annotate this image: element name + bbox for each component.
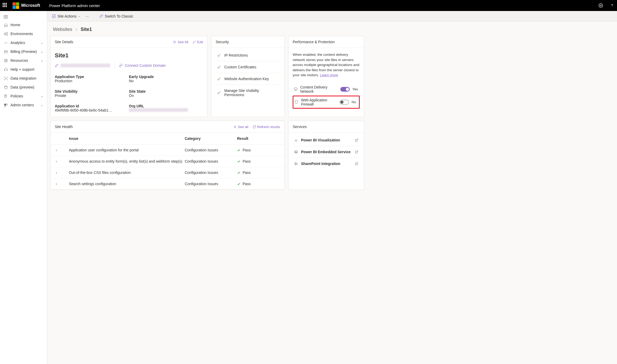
chevron-down-icon: ⌄ <box>41 41 43 45</box>
early-upgrade-value: No <box>129 79 203 83</box>
more-actions-button[interactable]: ··· <box>86 14 89 18</box>
learn-more-link[interactable]: Learn more <box>320 73 338 77</box>
table-row[interactable]: › Out-of-the-box CSS files configuration… <box>51 167 284 178</box>
sidebar-item-data-integration[interactable]: Data integration <box>0 74 47 83</box>
site-health-header: Site Health <box>55 125 73 129</box>
external-link-icon <box>355 150 358 154</box>
security-item-visibility-permissions[interactable]: Manage Site Visibility Permissions <box>216 85 280 101</box>
svg-rect-8 <box>4 51 7 53</box>
site-details-header: Site Details <box>55 40 73 44</box>
connect-domain-link[interactable]: Connect Custom Domain <box>125 63 166 68</box>
sidebar: Home Environments Analytics ⌄ Billing (P… <box>0 11 47 364</box>
help-icon[interactable] <box>610 3 614 8</box>
key-icon <box>217 65 221 69</box>
services-header: Services <box>293 125 307 129</box>
security-item-auth-key[interactable]: Website Authentication Key <box>216 73 280 85</box>
sidebar-item-resources[interactable]: Resources ⌄ <box>0 56 47 65</box>
security-item-label: IP Restrictions <box>224 53 248 57</box>
service-item-powerbi-embedded[interactable]: Power BI Embedded Service <box>293 146 360 158</box>
svg-point-0 <box>600 5 602 6</box>
resources-icon <box>4 59 8 63</box>
service-item-powerbi-viz[interactable]: Power BI Visualization <box>293 134 360 146</box>
state-value: On <box>129 93 203 98</box>
sidebar-item-label: Analytics <box>10 41 25 45</box>
security-item-ip[interactable]: IP Restrictions <box>216 49 280 61</box>
table-row[interactable]: › Anonymous access to entity form(s), en… <box>51 156 284 167</box>
org-url-blurred <box>129 108 188 112</box>
sidebar-item-label: Data (preview) <box>10 85 34 89</box>
hamburger-icon[interactable] <box>0 13 47 20</box>
security-header: Security <box>216 40 229 44</box>
sidebar-item-admin-centers[interactable]: Admin centers ⌄ <box>0 101 47 109</box>
brand-label: Microsoft <box>21 3 40 8</box>
edit-link[interactable]: Edit <box>193 40 203 44</box>
performance-card: Performance & Protection When enabled, t… <box>288 36 364 117</box>
sidebar-item-billing[interactable]: Billing (Preview) ⌄ <box>0 47 47 56</box>
sidebar-item-data-preview[interactable]: Data (preview) <box>0 83 47 92</box>
app-type-label: Application Type <box>55 75 129 79</box>
switch-icon <box>99 14 103 18</box>
edit-url-icon[interactable] <box>55 64 58 67</box>
svg-point-33 <box>218 92 219 94</box>
col-issue: Issue <box>69 136 185 141</box>
headset-icon <box>4 68 8 71</box>
see-all-health-link[interactable]: See all <box>233 125 248 129</box>
sidebar-item-home[interactable]: Home <box>0 20 47 29</box>
site-actions-button[interactable]: Site Actions ⌄ <box>52 14 80 18</box>
breadcrumb: Websites › Site1 <box>50 25 614 36</box>
table-row[interactable]: › Application user configuration for the… <box>51 145 284 156</box>
chart-icon <box>294 138 298 142</box>
refresh-icon <box>253 125 256 129</box>
chevron-right-icon: › <box>76 27 77 32</box>
check-icon <box>237 182 241 186</box>
external-link-icon <box>355 162 358 166</box>
svg-rect-6 <box>4 33 6 35</box>
key-icon <box>217 91 221 95</box>
sidebar-item-label: Resources <box>10 58 28 63</box>
chevron-down-icon: ⌄ <box>41 103 43 107</box>
sidebar-item-help[interactable]: Help + support <box>0 65 47 74</box>
health-table-body[interactable]: › Application user configuration for the… <box>51 145 284 190</box>
service-label: Power BI Visualization <box>301 138 340 142</box>
security-item-certificates[interactable]: Custom Certificates <box>216 61 280 73</box>
health-issue: Anonymous access to entity form(s), enti… <box>69 159 185 163</box>
sidebar-item-analytics[interactable]: Analytics ⌄ <box>0 38 47 47</box>
svg-rect-19 <box>6 104 7 105</box>
external-link-icon <box>355 139 358 142</box>
svg-point-32 <box>218 79 219 80</box>
service-label: Power BI Embedded Service <box>301 150 351 154</box>
security-item-label: Manage Site Visibility Permissions <box>224 89 279 97</box>
home-icon <box>4 23 8 27</box>
sidebar-item-label: Policies <box>10 94 23 98</box>
security-item-label: Website Authentication Key <box>224 77 269 81</box>
breadcrumb-root[interactable]: Websites <box>53 27 72 32</box>
svg-point-2 <box>612 7 612 7</box>
svg-point-29 <box>173 43 173 43</box>
app-launcher-icon[interactable] <box>3 3 8 8</box>
waf-label: Web Application Firewall <box>301 98 337 106</box>
svg-point-27 <box>173 41 173 41</box>
site-name: Site1 <box>55 52 203 59</box>
performance-description: When enabled, the content delivery netwo… <box>293 52 360 78</box>
app-type-value: Production <box>55 79 129 83</box>
cdn-toggle[interactable] <box>340 87 350 92</box>
waf-toggle[interactable] <box>340 100 349 104</box>
edit-icon <box>193 40 196 44</box>
sidebar-item-environments[interactable]: Environments <box>0 29 47 38</box>
svg-point-49 <box>295 164 296 165</box>
list-icon <box>173 40 176 44</box>
health-category: Configuration Issues <box>185 182 237 186</box>
table-row[interactable]: › Search settings configuration Configur… <box>51 178 284 190</box>
see-all-link[interactable]: See All <box>173 40 188 44</box>
sidebar-item-policies[interactable]: Policies ⌄ <box>0 92 47 101</box>
cdn-icon <box>294 87 298 91</box>
svg-point-10 <box>4 59 7 60</box>
security-item-label: Custom Certificates <box>224 65 256 69</box>
switch-classic-button[interactable]: Switch To Classic <box>99 14 133 18</box>
service-item-sharepoint[interactable]: SharePoint Integration <box>293 158 360 169</box>
chevron-down-icon: ⌄ <box>41 94 43 98</box>
refresh-results-link[interactable]: Refresh results <box>253 125 280 129</box>
settings-icon[interactable] <box>598 3 603 8</box>
security-card: Security IP Restrictions Custom Certific… <box>211 36 285 117</box>
site-details-card: Site Details See All Edit Site1 <box>50 36 208 117</box>
